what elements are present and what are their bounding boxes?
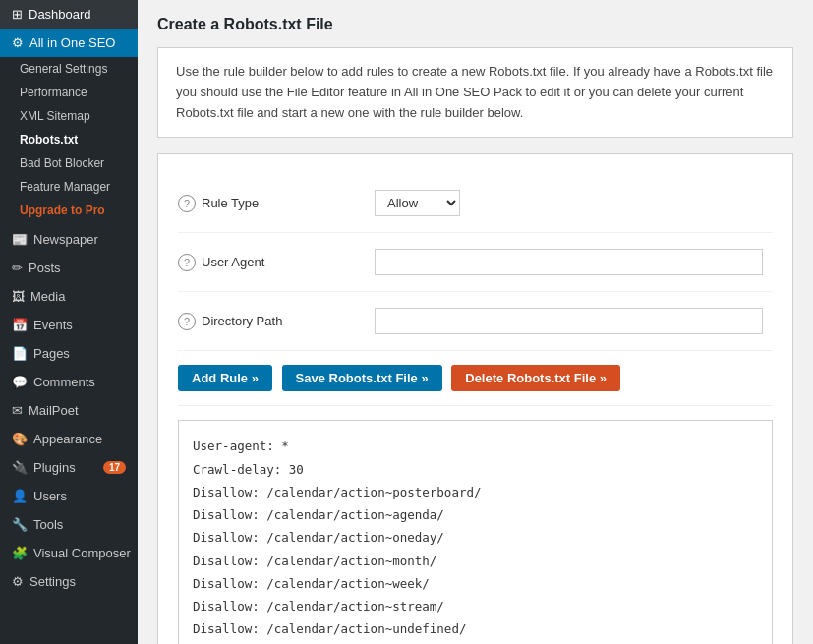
sidebar-item-tools[interactable]: 🔧 Tools xyxy=(0,510,138,539)
rule-type-select[interactable]: Allow Disallow xyxy=(375,190,460,216)
sub-label: Robots.txt xyxy=(20,133,78,146)
directory-path-input[interactable] xyxy=(375,308,763,334)
info-box: Use the rule builder below to add rules … xyxy=(157,47,793,138)
sidebar-item-media[interactable]: 🖼 Media xyxy=(0,282,138,311)
sidebar-item-label: Events xyxy=(33,318,73,332)
sidebar-item-visual-composer[interactable]: 🧩 Visual Composer xyxy=(0,539,138,567)
robots-content-line: Disallow: /calendar/action~undefined/ xyxy=(193,617,758,640)
sub-label: XML Sitemap xyxy=(20,109,90,123)
sub-label: Bad Bot Blocker xyxy=(20,156,104,170)
sidebar-item-label: Appearance xyxy=(33,432,102,446)
plugins-badge: 17 xyxy=(103,461,126,474)
sidebar-item-label: Tools xyxy=(33,517,63,532)
delete-robots-button[interactable]: Delete Robots.txt File » xyxy=(451,365,620,391)
sidebar-item-label: Plugins xyxy=(33,460,76,475)
sub-label: Performance xyxy=(20,86,87,99)
sidebar-item-label: Visual Composer xyxy=(33,546,131,560)
sidebar-item-label: Settings xyxy=(29,574,76,589)
user-agent-label-wrap: ? User Agent xyxy=(178,254,375,271)
sidebar-item-dashboard[interactable]: ⊞ Dashboard xyxy=(0,0,138,29)
robots-content-line: Disallow: /calendar/action~week/ xyxy=(193,572,758,595)
appearance-icon: 🎨 xyxy=(12,432,28,446)
user-agent-control xyxy=(375,249,773,275)
posts-icon: ✏ xyxy=(12,261,23,275)
robots-content-line: Disallow: /calendar/action~http:/ xyxy=(193,641,758,644)
rule-type-label-wrap: ? Rule Type xyxy=(178,195,375,212)
sidebar-item-events[interactable]: 📅 Events xyxy=(0,311,138,339)
directory-path-help-icon[interactable]: ? xyxy=(178,313,196,330)
rule-type-label: Rule Type xyxy=(202,196,259,210)
buttons-row: Add Rule » Save Robots.txt File » Delete… xyxy=(178,351,773,406)
robots-content-line: Disallow: /calendar/action~agenda/ xyxy=(193,503,758,526)
sidebar-item-appearance[interactable]: 🎨 Appearance xyxy=(0,425,138,453)
robots-content-line: Disallow: /calendar/action~month/ xyxy=(193,550,758,572)
media-icon: 🖼 xyxy=(12,289,25,304)
sidebar-item-users[interactable]: 👤 Users xyxy=(0,482,138,510)
directory-path-control xyxy=(375,308,773,334)
users-icon: 👤 xyxy=(12,489,28,503)
rule-type-help-icon[interactable]: ? xyxy=(178,195,196,212)
sidebar-item-pages[interactable]: 📄 Pages xyxy=(0,339,138,368)
sidebar-item-label: All in One SEO xyxy=(29,35,115,50)
robots-content-line: Disallow: /calendar/action~oneday/ xyxy=(193,526,758,549)
sidebar: ⊞ Dashboard ⚙ All in One SEO General Set… xyxy=(0,0,138,644)
sidebar-sub-robots-txt[interactable]: Robots.txt xyxy=(0,128,138,151)
events-icon: 📅 xyxy=(12,318,28,332)
directory-path-row: ? Directory Path xyxy=(178,292,773,351)
robots-content-line: Disallow: /calendar/action~posterboard/ xyxy=(193,481,758,503)
comments-icon: 💬 xyxy=(12,375,28,389)
newspaper-icon: 📰 xyxy=(12,232,28,247)
rule-type-control: Allow Disallow xyxy=(375,190,773,216)
sidebar-sub-upgrade-pro[interactable]: Upgrade to Pro xyxy=(0,199,138,225)
sidebar-item-plugins[interactable]: 🔌 Plugins 17 xyxy=(0,453,138,482)
mailpoet-icon: ✉ xyxy=(12,403,23,418)
user-agent-row: ? User Agent xyxy=(178,233,773,292)
sidebar-item-label: Media xyxy=(30,289,65,304)
sidebar-item-mailpoet[interactable]: ✉ MailPoet xyxy=(0,396,138,425)
sidebar-item-label: Comments xyxy=(33,375,95,389)
sidebar-sub-xml-sitemap[interactable]: XML Sitemap xyxy=(0,104,138,128)
sidebar-item-label: Users xyxy=(33,489,67,503)
plugins-icon: 🔌 xyxy=(12,460,28,475)
sidebar-item-label: Dashboard xyxy=(29,7,91,22)
robots-content-line: Disallow: /calendar/action~stream/ xyxy=(193,595,758,617)
page-title: Create a Robots.txt File xyxy=(157,16,793,33)
user-agent-input[interactable] xyxy=(375,249,763,275)
main-content: Create a Robots.txt File Use the rule bu… xyxy=(138,0,813,644)
user-agent-label: User Agent xyxy=(202,255,264,269)
aioseo-icon: ⚙ xyxy=(12,35,24,50)
sidebar-item-label: Posts xyxy=(29,261,61,275)
robots-content-line: User-agent: * xyxy=(193,435,758,457)
info-text: Use the rule builder below to add rules … xyxy=(176,64,773,120)
sidebar-sub-bad-bot-blocker[interactable]: Bad Bot Blocker xyxy=(0,151,138,175)
directory-path-label: Directory Path xyxy=(202,314,282,328)
pages-icon: 📄 xyxy=(12,346,28,361)
robots-content-box: User-agent: *Crawl-delay: 30Disallow: /c… xyxy=(178,420,773,644)
robots-content-line: Crawl-delay: 30 xyxy=(193,458,758,481)
settings-icon: ⚙ xyxy=(12,574,24,589)
sub-label: Upgrade to Pro xyxy=(20,204,105,217)
sidebar-item-posts[interactable]: ✏ Posts xyxy=(0,254,138,282)
rule-type-row: ? Rule Type Allow Disallow xyxy=(178,174,773,233)
directory-path-label-wrap: ? Directory Path xyxy=(178,313,375,330)
sidebar-sub-performance[interactable]: Performance xyxy=(0,81,138,104)
sidebar-item-label: Newspaper xyxy=(33,232,98,247)
sidebar-item-settings[interactable]: ⚙ Settings xyxy=(0,567,138,596)
sub-label: General Settings xyxy=(20,62,107,76)
sub-label: Feature Manager xyxy=(20,180,110,194)
tools-icon: 🔧 xyxy=(12,517,28,532)
dashboard-icon: ⊞ xyxy=(12,7,23,22)
form-card: ? Rule Type Allow Disallow ? User Agent xyxy=(157,153,793,644)
sidebar-sub-feature-manager[interactable]: Feature Manager xyxy=(0,175,138,199)
sidebar-item-comments[interactable]: 💬 Comments xyxy=(0,368,138,396)
save-robots-button[interactable]: Save Robots.txt File » xyxy=(282,365,442,391)
sidebar-item-all-in-one-seo[interactable]: ⚙ All in One SEO xyxy=(0,29,138,57)
sidebar-sub-general-settings[interactable]: General Settings xyxy=(0,57,138,81)
sidebar-item-label: MailPoet xyxy=(29,403,79,418)
sidebar-item-newspaper[interactable]: 📰 Newspaper xyxy=(0,225,138,254)
user-agent-help-icon[interactable]: ? xyxy=(178,254,196,271)
add-rule-button[interactable]: Add Rule » xyxy=(178,365,272,391)
sidebar-item-label: Pages xyxy=(33,346,70,361)
visual-composer-icon: 🧩 xyxy=(12,546,28,560)
